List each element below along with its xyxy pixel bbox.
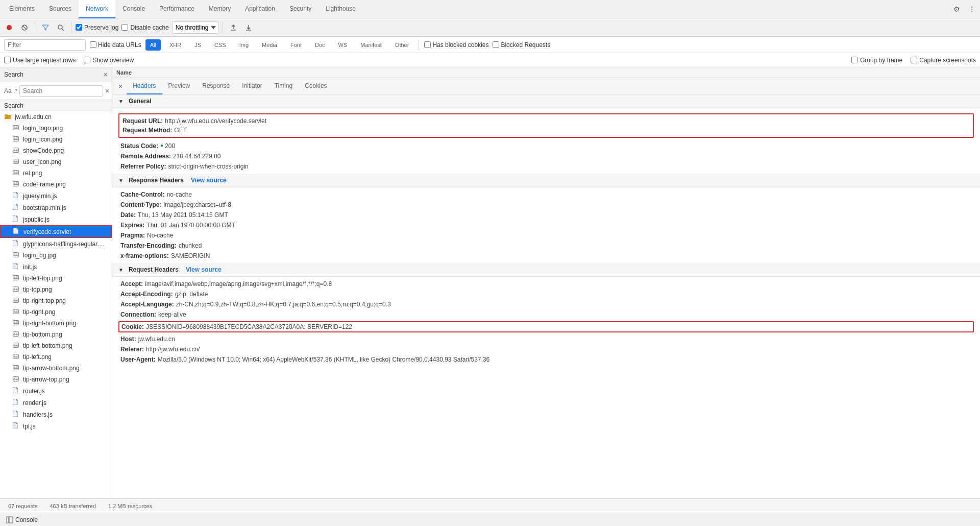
file-item[interactable]: tip-right-top.png [0,295,112,306]
file-item[interactable]: tip-arrow-top.png [0,374,112,385]
tab-elements[interactable]: Elements [2,0,42,18]
file-item[interactable]: jquery.min.js [0,190,112,202]
filter-media-button[interactable]: Media [257,39,282,51]
response-headers-section[interactable]: Response Headers View source [112,174,980,187]
file-item[interactable]: router.js [0,385,112,397]
request-headers-view-source[interactable]: View source [186,266,222,273]
file-item[interactable]: jspublic.js [0,213,112,225]
preserve-log-checkbox[interactable] [76,24,82,31]
regex-button[interactable]: .* [14,88,17,94]
request-headers-section[interactable]: Request Headers View source [112,263,980,277]
tab-network[interactable]: Network [79,0,115,18]
file-item[interactable]: tip-left-top.png [0,273,112,284]
tab-timing[interactable]: Timing [268,78,299,94]
has-blocked-cookies-label[interactable]: Has blocked cookies [424,41,488,49]
file-item[interactable]: tip-bottom.png [0,329,112,340]
filter-img-button[interactable]: Img [235,39,253,51]
use-large-rows-checkbox[interactable] [4,57,11,63]
show-overview-checkbox[interactable] [84,57,90,63]
file-name: tpl.js [23,423,36,430]
tab-performance[interactable]: Performance [152,0,202,18]
file-item[interactable]: tip-top.png [0,284,112,295]
sidebar-expand-icon[interactable] [6,516,13,523]
detail-close-button[interactable]: × [116,82,125,90]
search-box-clear-button[interactable]: × [105,87,109,95]
file-item[interactable]: login_bg.jpg [0,250,112,261]
file-item[interactable]: login_icon.png [0,134,112,145]
tab-lighthouse[interactable]: Lighthouse [318,0,363,18]
file-item[interactable]: codeFrame.png [0,179,112,190]
file-item[interactable]: login_logo.png [0,123,112,134]
aa-button[interactable]: Aa [4,87,12,94]
tab-sources[interactable]: Sources [42,0,79,18]
filter-other-button[interactable]: Other [390,39,414,51]
filter-doc-button[interactable]: Doc [310,39,330,51]
has-blocked-cookies-checkbox[interactable] [424,41,431,48]
response-header-row: Transfer-Encoding: chunked [112,241,980,251]
filter-ws-button[interactable]: WS [334,39,352,51]
blocked-requests-checkbox[interactable] [493,41,499,48]
tab-console[interactable]: Console [115,0,152,18]
disable-cache-label[interactable]: Disable cache [121,24,168,31]
file-item[interactable]: ret.png [0,168,112,179]
filter-all-button[interactable]: All [145,39,161,51]
more-options-icon[interactable]: ⋮ [966,3,978,15]
file-item[interactable]: jw.wfu.edu.cn [0,111,112,123]
file-item[interactable]: glyphicons-halflings-regular.woff2 [0,238,112,250]
filter-js-button[interactable]: JS [190,39,206,51]
tab-headers[interactable]: Headers [127,78,162,94]
hide-data-urls-label[interactable]: Hide data URLs [90,41,141,49]
general-section-header[interactable]: General [112,94,980,108]
file-item[interactable]: bootstrap.min.js [0,202,112,213]
file-item[interactable]: tpl.js [0,420,112,432]
file-item[interactable]: init.js [0,261,112,273]
download-icon[interactable] [242,21,255,34]
response-headers-view-source[interactable]: View source [191,177,227,184]
show-overview-label[interactable]: Show overview [84,57,134,64]
search-icon[interactable] [55,21,67,34]
file-item[interactable]: tip-left-bottom.png [0,340,112,351]
group-by-frame-checkbox[interactable] [851,57,858,63]
tab-security[interactable]: Security [282,0,318,18]
filter-css-button[interactable]: CSS [210,39,231,51]
use-large-rows-label[interactable]: Use large request rows [4,57,76,64]
file-icon [13,216,20,223]
file-item[interactable]: tip-right.png [0,306,112,318]
filter-font-button[interactable]: Font [286,39,306,51]
tab-preview[interactable]: Preview [162,78,197,94]
response-header-row: Expires: Thu, 01 Jan 1970 00:00:00 GMT [112,220,980,230]
file-item[interactable]: tip-arrow-bottom.png [0,363,112,374]
disable-cache-checkbox[interactable] [121,24,128,31]
tab-initiator[interactable]: Initiator [236,78,268,94]
filter-input[interactable] [4,39,86,51]
console-bottom-tab[interactable]: Console [15,516,38,523]
filter-icon[interactable] [39,21,52,34]
tab-memory[interactable]: Memory [202,0,238,18]
capture-screenshots-checkbox[interactable] [911,57,917,63]
search-panel-close-button[interactable]: × [104,70,108,79]
file-item[interactable]: user_icon.png [0,156,112,168]
filter-xhr-button[interactable]: XHR [165,39,186,51]
capture-screenshots-label[interactable]: Capture screenshots [911,57,976,64]
file-name: verifycode.servlet [23,228,71,235]
hide-data-urls-checkbox[interactable] [90,41,96,48]
tab-response[interactable]: Response [196,78,236,94]
tab-cookies[interactable]: Cookies [299,78,333,94]
file-item[interactable]: verifycode.servlet [0,225,112,238]
group-by-frame-label[interactable]: Group by frame [851,57,902,64]
clear-button[interactable] [18,21,31,34]
record-button[interactable] [3,21,15,34]
search-box-input[interactable] [19,85,103,97]
preserve-log-label[interactable]: Preserve log [76,24,118,31]
tab-application[interactable]: Application [238,0,282,18]
throttle-select[interactable]: No throttling [172,21,218,34]
filter-manifest-button[interactable]: Manifest [356,39,386,51]
file-item[interactable]: render.js [0,397,112,409]
file-item[interactable]: showCode.png [0,145,112,156]
file-item[interactable]: tip-left.png [0,351,112,363]
file-item[interactable]: tip-right-bottom.png [0,318,112,329]
blocked-requests-label[interactable]: Blocked Requests [493,41,550,49]
settings-icon[interactable]: ⚙ [950,3,963,15]
file-item[interactable]: handlers.js [0,409,112,420]
upload-icon[interactable] [227,21,239,34]
